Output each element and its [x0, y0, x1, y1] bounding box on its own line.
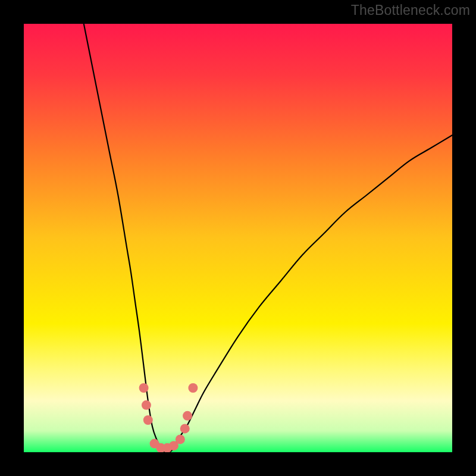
curve-marker [180, 424, 190, 433]
svg-rect-0 [24, 24, 452, 452]
chart-frame: TheBottleneck.com [0, 0, 476, 476]
bottleneck-plot [24, 24, 452, 452]
plot-svg [24, 24, 452, 452]
curve-marker [142, 400, 151, 410]
curve-marker [183, 411, 192, 421]
curve-marker [188, 383, 198, 393]
curve-marker [176, 434, 185, 444]
curve-marker [139, 383, 149, 393]
watermark-text: TheBottleneck.com [351, 2, 470, 18]
curve-marker [143, 415, 153, 425]
